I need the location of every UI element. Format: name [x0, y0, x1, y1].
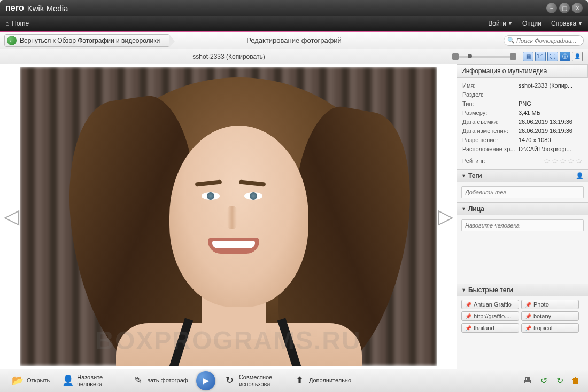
meta-row: Дата изменения:26.06.2019 16:19:36	[462, 128, 583, 134]
info-icon[interactable]: ⓘ	[560, 52, 570, 61]
share-button[interactable]: ↻Совместное использова	[219, 372, 287, 389]
product-text: Kwik Media	[27, 4, 68, 13]
open-button[interactable]: 📂Открыть	[6, 372, 55, 389]
tags-section-header[interactable]: ▼ Теги 👤	[457, 169, 588, 182]
meta-key: Дата съемки:	[462, 119, 519, 125]
chevron-down-icon: ▼	[461, 287, 466, 293]
meta-row: Тип:PNG	[462, 100, 583, 107]
name-face-input[interactable]	[461, 219, 584, 231]
quick-tag-label: botany	[533, 313, 551, 319]
menubar: ⌂ Home Войти▼ Опции Справка▼	[0, 16, 588, 31]
zoom-slider[interactable]	[452, 56, 516, 58]
add-tag-input[interactable]	[461, 186, 584, 198]
quick-tag[interactable]: 📌botany	[521, 311, 579, 321]
open-button-label: Открыть	[27, 377, 50, 383]
meta-row: Дата съемки:26.06.2019 13:19:36	[462, 119, 583, 125]
home-label: Home	[12, 20, 29, 27]
meta-key: Расположение хр...	[462, 146, 519, 152]
meta-value: PNG	[519, 100, 583, 107]
quick-tags-header[interactable]: ▼ Быстрые теги	[457, 284, 588, 296]
user-icon[interactable]: 👤	[572, 52, 583, 61]
rotate-ccw-icon[interactable]: ↺	[538, 375, 550, 387]
meta-key: Дата изменения:	[462, 128, 519, 134]
meta-value: 26.06.2019 13:19:36	[519, 119, 583, 125]
meta-value: D:\САЙТ\boxprogr...	[519, 146, 583, 152]
app-logo: nero Kwik Media	[5, 3, 68, 13]
meta-key: Размеру:	[462, 109, 519, 116]
name-person-button-icon: 👤	[61, 374, 74, 387]
star-icon[interactable]: ☆	[560, 156, 567, 165]
watermark-text: BOXPROGRAMS.RU	[20, 326, 437, 355]
chevron-down-icon: ▼	[461, 173, 466, 178]
file-row: sshot-2333 (Копировать) ▦ 1:1 ⛶ ⓘ 👤	[0, 49, 588, 64]
meta-key: Имя:	[462, 82, 519, 89]
star-icon[interactable]: ☆	[552, 156, 559, 165]
brand-text: nero	[5, 3, 24, 13]
actual-size-icon[interactable]: 1:1	[535, 52, 546, 61]
fit-window-icon[interactable]: ▦	[523, 52, 533, 61]
back-arrow-icon: ←	[7, 36, 17, 45]
quick-tag[interactable]: 📌Photo	[521, 300, 579, 309]
name-person-button[interactable]: 👤Назовите человека	[57, 372, 125, 389]
meta-row: Имя:sshot-2333 (Копир...	[462, 82, 583, 89]
search-input[interactable]	[516, 37, 580, 44]
meta-value	[519, 91, 583, 98]
chevron-down-icon: ▼	[508, 21, 513, 26]
name-person-button-label: Назовите человека	[77, 374, 120, 387]
quick-tag[interactable]: 📌http://graftio....	[461, 311, 519, 321]
quick-tag-label: thailand	[474, 325, 494, 331]
quick-tag-label: Antuan Graftio	[474, 301, 512, 308]
more-button-label: Дополнительно	[309, 377, 351, 383]
quick-tag[interactable]: 📌Antuan Graftio	[461, 300, 519, 309]
faces-section-header[interactable]: ▼ Лица	[457, 202, 588, 215]
star-icon[interactable]: ☆	[576, 156, 583, 165]
home-button[interactable]: ⌂ Home	[5, 20, 29, 27]
fullscreen-icon[interactable]: ⛶	[547, 52, 558, 61]
bottom-toolbar: 📂Открыть👤Назовите человека✎вать фотограф…	[0, 369, 588, 392]
chevron-down-icon: ▼	[578, 21, 583, 26]
quick-tag-label: tropical	[533, 325, 552, 331]
pin-icon: 📌	[525, 302, 531, 308]
quick-tag[interactable]: 📌thailand	[461, 323, 519, 333]
menu-help[interactable]: Справка▼	[551, 20, 583, 27]
pin-icon: 📌	[465, 302, 471, 308]
info-sidebar: Информация о мультимедиа Имя:sshot-2333 …	[457, 64, 588, 369]
meta-value: 1470 x 1080	[519, 137, 583, 143]
print-icon[interactable]: 🖶	[522, 375, 533, 387]
quick-tag-label: http://graftio....	[474, 313, 511, 319]
star-icon[interactable]: ☆	[544, 156, 551, 165]
open-button-icon: 📂	[11, 374, 24, 387]
meta-row: Разрешение:1470 x 1080	[462, 137, 583, 143]
menu-login[interactable]: Войти▼	[488, 20, 513, 27]
next-photo-button[interactable]: ▷	[437, 200, 453, 232]
photo-viewport: ◁ BOXPROGRAMS.RU ▷	[0, 64, 457, 369]
meta-value: 3,41 МБ	[519, 109, 583, 116]
share-button-label: Совместное использова	[239, 374, 282, 387]
quick-tag-label: Photo	[533, 301, 549, 308]
pin-icon: 📌	[525, 325, 531, 331]
maximize-button[interactable]: ▢	[559, 3, 570, 13]
search-icon: 🔍	[507, 37, 515, 44]
star-icon[interactable]: ☆	[568, 156, 575, 165]
back-button[interactable]: ← Вернуться к Обзор Фотографии и видеоро…	[4, 34, 170, 47]
tag-person-icon[interactable]: 👤	[576, 172, 584, 179]
minimize-button[interactable]: −	[546, 3, 557, 13]
home-icon: ⌂	[5, 20, 9, 27]
delete-icon[interactable]: 🗑	[570, 375, 582, 387]
edit-photo-button-label: вать фотограф	[147, 377, 188, 383]
edit-photo-button[interactable]: ✎вать фотограф	[127, 372, 193, 389]
pin-icon: 📌	[465, 313, 471, 319]
pin-icon: 📌	[465, 325, 471, 331]
search-box[interactable]: 🔍	[504, 35, 584, 46]
close-button[interactable]: ✕	[572, 3, 583, 13]
rotate-cw-icon[interactable]: ↻	[554, 375, 566, 387]
meta-key: Раздел:	[462, 91, 519, 98]
more-button[interactable]: ⬆Дополнительно	[289, 372, 356, 389]
titlebar: nero Kwik Media − ▢ ✕	[0, 0, 588, 16]
prev-photo-button[interactable]: ◁	[3, 200, 19, 232]
rating-label: Рейтинг:	[462, 158, 485, 164]
play-slideshow-button[interactable]: ▶	[196, 371, 215, 390]
menu-options[interactable]: Опции	[522, 20, 541, 27]
quick-tag[interactable]: 📌tropical	[521, 323, 579, 333]
photo-canvas[interactable]: BOXPROGRAMS.RU	[20, 67, 437, 366]
